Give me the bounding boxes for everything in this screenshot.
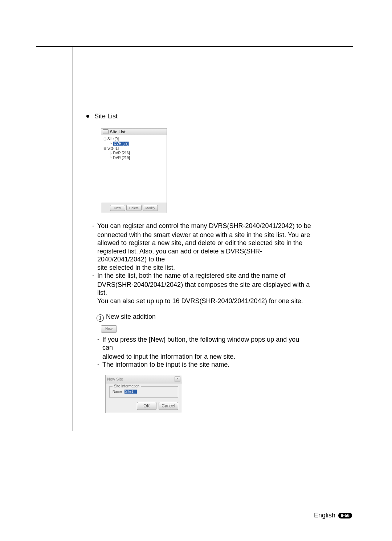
footer-page-number: 9-56 (338, 513, 352, 518)
page-footer: English 9-56 (314, 512, 352, 519)
step-1-para-1-line-2: allowed to input the information for a n… (91, 353, 311, 361)
tree-node-dvr219[interactable]: └ DVR [219] (103, 155, 165, 160)
ok-button[interactable]: OK (137, 402, 156, 410)
step-1-para-1-line-1: If you press the [New] button, the follo… (91, 335, 311, 352)
panel-header: Site List (101, 129, 167, 135)
tree-node-site1[interactable]: ⊟ Site [1] (103, 146, 165, 151)
site-information-fieldset: Site Information Name Site1 (109, 386, 178, 398)
para-1-line-4: registered list. Also, you can add or de… (86, 247, 311, 264)
site-list-panel: Site List ⊟ Site [0] └ DVR [87] ⊟ Site [… (101, 128, 167, 213)
para-1-line-3: allowed to register a new site, and dele… (86, 239, 311, 247)
step-1-para-2: The information to be input is the site … (91, 361, 311, 369)
section-header: Site List (86, 113, 311, 120)
top-rule (36, 46, 353, 47)
name-input[interactable]: Site1 (124, 390, 137, 394)
content-column: Site List Site List ⊟ Site [0] └ DVR [87… (86, 113, 311, 413)
footer-language: English (314, 512, 335, 519)
step-1-number: 1 (97, 314, 104, 322)
fieldset-legend: Site Information (113, 384, 141, 388)
panel-button-row: New Delete Modify (101, 203, 167, 213)
para-2-line-1: In the site list, both the name of a reg… (86, 272, 311, 280)
bullet-icon (86, 115, 89, 118)
para-1-line-5: site selected in the site list. (86, 264, 311, 272)
tree-view[interactable]: ⊟ Site [0] └ DVR [87] ⊟ Site [1] ├ DVR [… (101, 135, 167, 203)
para-2-line-2: DVRS(SHR-2040/2041/2042) that composes t… (86, 281, 311, 297)
dialog-title: New Site (107, 377, 123, 381)
para-1-line-1: You can register and control the many DV… (86, 222, 311, 230)
panel-icon (103, 129, 109, 134)
tree-node-dvr87[interactable]: └ DVR [87] (103, 141, 165, 146)
new-site-dialog: New Site × Site Information Name Site1 O… (105, 375, 182, 413)
close-icon[interactable]: × (175, 376, 180, 382)
delete-button[interactable]: Delete (126, 205, 142, 211)
dialog-body: Site Information Name Site1 (106, 383, 182, 400)
panel-title: Site List (110, 130, 126, 134)
step-1-header: 1New site addition (97, 313, 311, 322)
name-row: Name Site1 (113, 390, 175, 394)
dialog-button-row: OK Cancel (106, 400, 182, 413)
modify-button[interactable]: Modify (143, 205, 158, 211)
para-2-line-3: You can also set up up to 16 DVRS(SHR-20… (86, 297, 311, 305)
side-rule (73, 46, 73, 431)
step-1-description: If you press the [New] button, the follo… (91, 335, 311, 369)
step-1-title: New site addition (106, 313, 156, 320)
new-button[interactable]: New (110, 205, 125, 211)
dialog-titlebar: New Site × (106, 375, 182, 383)
tree-node-dvr216[interactable]: ├ DVR [216] (103, 151, 165, 155)
step-1-new-button[interactable]: New (101, 325, 117, 333)
para-1-line-2: connected with the smart viewer at once … (86, 231, 311, 239)
section-title: Site List (94, 113, 118, 120)
name-label: Name (113, 390, 122, 394)
cancel-button[interactable]: Cancel (159, 402, 178, 410)
tree-node-site0[interactable]: ⊟ Site [0] (103, 137, 165, 141)
description-block: You can register and control the many DV… (86, 222, 311, 305)
